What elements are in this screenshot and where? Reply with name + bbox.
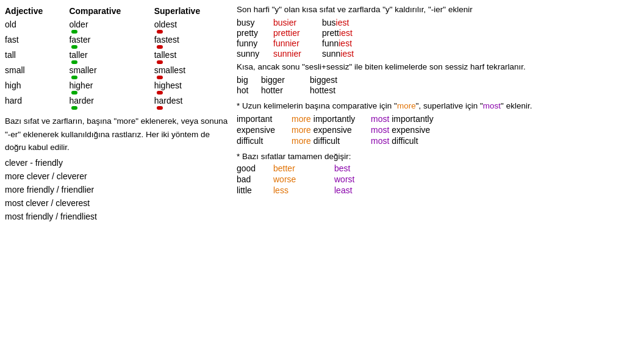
adj-cell: tall [5,49,69,64]
comp-base: difficult [237,136,292,146]
more-keyword: more [397,101,416,110]
irr-base: bad [237,174,273,184]
irr-sup: least [334,185,395,195]
col-superlative: Superlative [154,5,231,18]
busy-comp: funnier [273,38,322,48]
double-comp: hotter [261,85,310,95]
irr-comp: less [273,185,334,195]
col-adjective: Adjective [5,5,69,18]
irregular-grid: goodbetterbestbadworseworstlittlelesslea… [237,163,625,195]
main-container: Adjective Comparative Superlative oldold… [5,5,625,221]
comp-cell: older [69,18,154,34]
col-comparative: Comparative [69,5,154,18]
comp-base: expensive [237,125,292,135]
comp-more: more importantly [292,114,371,124]
comp-cell: harder [69,95,154,110]
busy-base: sunny [237,49,273,59]
double-base: big [237,75,261,85]
comp-base: important [237,114,292,124]
busy-sup: prettiest [322,28,377,38]
adj-cell: small [5,64,69,79]
comp-examples-grid: importantmore importantlymost importantl… [237,114,625,146]
double-base: hot [237,85,261,95]
double-sup: biggest [310,75,365,85]
right-panel: Son harfi "y" olan kısa sıfat ve zarflar… [231,5,625,221]
left-panel: Adjective Comparative Superlative oldold… [5,5,231,221]
irr-sup: worst [334,174,395,184]
sup-cell: smallest [154,64,231,79]
comp-most: most expensive [371,125,450,135]
most-keyword: most [483,101,501,110]
irr-comp: better [273,163,334,173]
most-friendly: most friendly / friendliest [5,212,231,221]
sup-cell: fastest [154,34,231,49]
comp-cell: faster [69,34,154,49]
adj-cell: old [5,18,69,34]
adj-cell: high [5,79,69,95]
note2-text: * Uzun kelimelerin başına comparative iç… [237,101,625,110]
sup-cell: hardest [154,95,231,110]
busy-sup: sunniest [322,49,377,59]
double-comp: bigger [261,75,310,85]
irr-base: little [237,185,273,195]
busy-words-grid: busybusierbusiestprettyprettierprettiest… [237,18,625,59]
busy-comp: prettier [273,28,322,38]
rule2-text: Kısa, ancak sonu "sesli+sessiz" ile bite… [237,62,625,71]
adj-cell: fast [5,34,69,49]
sup-cell: oldest [154,18,231,34]
more-friendly: more friendly / friendlier [5,185,231,194]
irr-base: good [237,163,273,173]
bottom-left-section: clever - friendly more clever / cleverer… [5,158,231,221]
busy-sup: busiest [322,18,377,27]
comp-cell: taller [69,49,154,64]
busy-comp: sunnier [273,49,322,59]
comp-more: more expensive [292,125,371,135]
more-clever: more clever / cleverer [5,171,231,181]
comp-cell: smaller [69,64,154,79]
comp-cell: higher [69,79,154,95]
busy-base: pretty [237,28,273,38]
double-sup: hottest [310,85,365,95]
irr-sup: best [334,163,395,173]
comp-most: most importantly [371,114,450,124]
note1-text: Bazı sıfat ve zarfların, başına "more" e… [5,115,231,154]
busy-base: funny [237,38,273,48]
clever-friendly: clever - friendly [5,158,231,168]
sup-cell: tallest [154,49,231,64]
comp-more: more difficult [292,136,371,146]
busy-sup: funniest [322,38,377,48]
busy-base: busy [237,18,273,27]
busy-comp: busier [273,18,322,27]
irregular-note-text: * Bazı sıfatlar tamamen değişir: [237,152,625,161]
double-words-grid: bigbiggerbiggesthothotterhottest [237,75,625,95]
most-clever: most clever / cleverest [5,198,231,208]
rule1-text: Son harfi "y" olan kısa sıfat ve zarflar… [237,5,625,14]
sup-cell: highest [154,79,231,95]
adj-cell: hard [5,95,69,110]
comp-most: most difficult [371,136,450,146]
irr-comp: worse [273,174,334,184]
